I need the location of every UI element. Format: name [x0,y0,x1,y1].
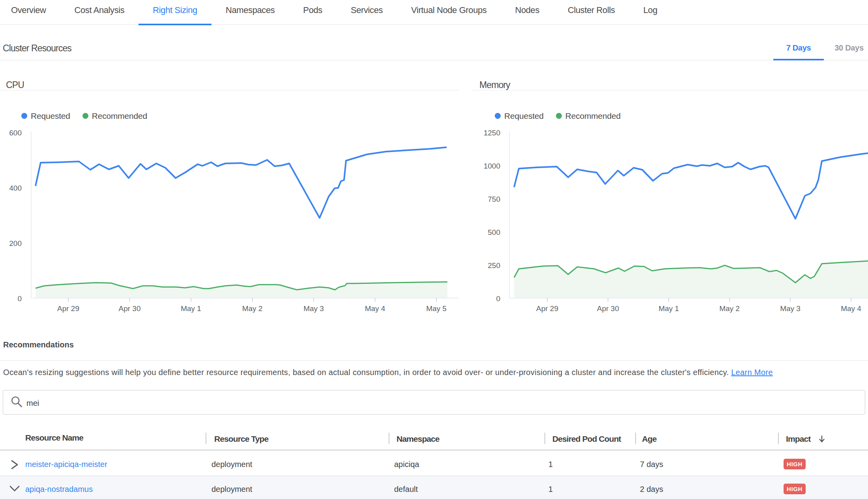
svg-text:200: 200 [9,239,22,248]
svg-text:250: 250 [488,261,500,270]
svg-text:May 2: May 2 [719,304,740,313]
svg-text:1250: 1250 [484,130,500,137]
svg-text:May 1: May 1 [658,304,679,313]
svg-text:Apr 30: Apr 30 [119,304,141,313]
svg-text:400: 400 [9,184,22,192]
svg-text:May 3: May 3 [303,304,324,313]
svg-text:Apr 29: Apr 29 [536,304,558,313]
svg-text:Apr 29: Apr 29 [57,304,79,313]
svg-text:Apr 30: Apr 30 [597,304,619,313]
svg-text:750: 750 [488,195,500,203]
svg-text:May 3: May 3 [780,304,801,313]
svg-text:May 5: May 5 [426,304,447,313]
svg-text:1000: 1000 [484,162,500,170]
svg-text:0: 0 [17,295,22,303]
svg-text:500: 500 [488,228,500,236]
svg-text:May 4: May 4 [841,304,861,313]
svg-text:May 2: May 2 [242,304,263,313]
svg-text:600: 600 [9,130,22,137]
svg-text:May 4: May 4 [365,304,385,313]
svg-text:May 1: May 1 [181,304,201,313]
svg-text:0: 0 [496,295,500,303]
